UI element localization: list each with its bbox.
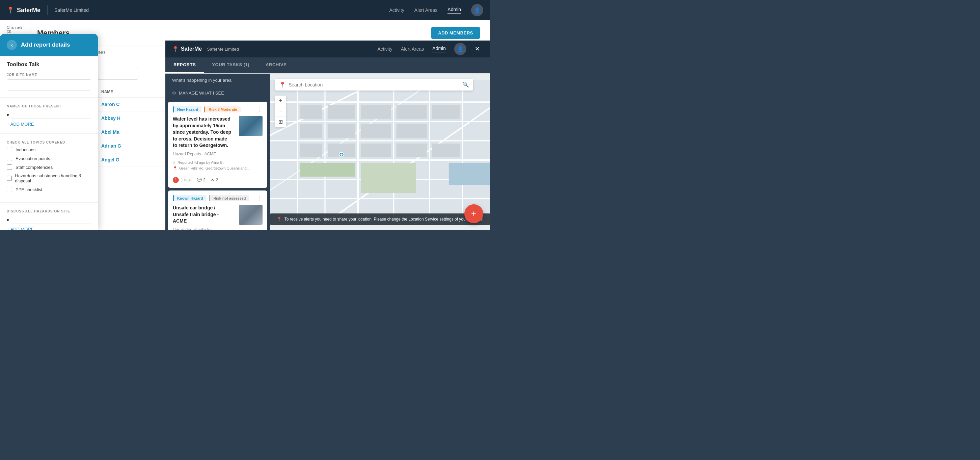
zoom-out-button[interactable]: −: [275, 106, 286, 117]
modal-nav-activity[interactable]: Activity: [377, 46, 392, 52]
map-container: 📍 🔍 + − ⊞ 📍 To receive alerts you need t…: [270, 73, 490, 230]
reports-tab-bar: REPORTS YOUR TASKS (1) ARCHIVE: [165, 58, 490, 73]
topic-checkbox-4[interactable]: [7, 187, 12, 192]
svg-rect-33: [449, 163, 490, 185]
location-icon: 📍: [173, 166, 178, 171]
modal-logo-text: SaferMe: [181, 46, 202, 52]
svg-rect-31: [300, 163, 355, 177]
modal-company: SaferMe Limited: [207, 46, 239, 52]
hazards-add-more[interactable]: + ADD MORE: [7, 227, 91, 230]
tab-your-tasks[interactable]: YOUR TASKS (1): [204, 58, 258, 73]
topic-inductions: Inductions: [7, 147, 91, 152]
report-subtitle-1: Hazard Reports · ACME: [173, 152, 232, 157]
svg-rect-19: [361, 105, 391, 119]
name-bullet-1: [7, 111, 91, 119]
topic-checkbox-2[interactable]: [7, 165, 12, 170]
nav-links: Activity Alert Areas Admin 👤: [389, 4, 483, 16]
report-title-2: Unsafe car bridge / Unsafe train bridge …: [173, 204, 232, 225]
hazard-input-1[interactable]: [11, 216, 91, 224]
report-footer-1: 1 1 task 💬 2 👁 2: [173, 174, 262, 183]
nav-admin[interactable]: Admin: [447, 7, 461, 13]
modal-close-button[interactable]: ✕: [475, 45, 480, 53]
report-tags-2: Known Hazard Risk not assessed: [173, 195, 249, 201]
form-title: Toolbox Talk: [7, 61, 91, 67]
modal-nav-links: Activity Alert Areas Admin 👤 ✕: [377, 43, 483, 55]
report-image-2: [239, 204, 262, 225]
svg-rect-24: [361, 124, 391, 138]
topic-checkbox-1[interactable]: [7, 156, 12, 161]
slide-panel-header: ‹ Add report details: [0, 34, 98, 56]
reports-modal: 📍 SaferMe SaferMe Limited Activity Alert…: [165, 40, 490, 230]
fab-add-button[interactable]: +: [465, 204, 483, 223]
layers-button[interactable]: ⊞: [275, 117, 286, 127]
topic-checkbox-3[interactable]: [7, 176, 12, 181]
svg-point-35: [340, 153, 343, 156]
channels-label: Channels (3): [3, 26, 27, 34]
topic-label-2: Staff competencies: [16, 165, 52, 170]
job-site-input[interactable]: [7, 79, 91, 91]
svg-rect-22: [300, 124, 322, 138]
tab-reports[interactable]: REPORTS: [165, 58, 204, 73]
svg-rect-20: [396, 105, 427, 119]
hazard-bullet-1: [7, 216, 91, 224]
view-icon: 👁: [211, 178, 215, 182]
topic-label-3: Hazardous substances handling & disposal: [15, 173, 91, 184]
modal-avatar[interactable]: 👤: [454, 43, 466, 55]
map-controls: + − ⊞: [275, 96, 286, 127]
nav-alert-areas[interactable]: Alert Areas: [414, 8, 438, 13]
svg-rect-25: [396, 124, 427, 138]
divider-1: [0, 97, 98, 97]
fab-plus-icon: +: [471, 208, 477, 219]
report-card-2[interactable]: Known Hazard Risk not assessed ⋮ Unsafe …: [168, 190, 267, 230]
divider-3: [0, 202, 98, 203]
nav-avatar[interactable]: 👤: [471, 4, 483, 16]
alert-location-icon: 📍: [277, 217, 282, 222]
svg-rect-28: [361, 144, 391, 157]
hazards-section: DISCUSS ALL HAZARDS ON SITE + ADD MORE: [0, 204, 98, 230]
logo-text: SaferMe: [17, 7, 40, 14]
tab-archive[interactable]: ARCHIVE: [258, 58, 294, 73]
discuss-label: DISCUSS ALL HAZARDS ON SITE: [7, 209, 91, 213]
map-svg: [270, 73, 490, 230]
comment-count: 2: [203, 178, 205, 182]
names-section: NAMES OF THOSE PRESENT + ADD MORE: [0, 99, 98, 132]
svg-rect-21: [432, 105, 460, 119]
report-more-icon-2[interactable]: ⋮: [257, 195, 262, 201]
zoom-in-button[interactable]: +: [275, 96, 286, 106]
reports-list: What's happening in your area ⚙ MANAGE W…: [165, 73, 270, 230]
modal-nav-admin[interactable]: Admin: [432, 46, 446, 52]
map-search-icon[interactable]: 🔍: [462, 81, 469, 88]
svg-rect-23: [328, 124, 355, 138]
name-input-1[interactable]: [11, 111, 91, 119]
manage-what-i-see[interactable]: ⚙ MANAGE WHAT I SEE: [165, 87, 270, 99]
topic-hazardous: Hazardous substances handling & disposal: [7, 173, 91, 184]
report-tags-1: New Hazard Risk 8 Moderate: [173, 106, 240, 112]
svg-rect-32: [361, 163, 416, 193]
back-button[interactable]: ‹: [7, 40, 17, 50]
topic-label-1: Evacuation points: [16, 156, 50, 161]
svg-rect-17: [300, 105, 322, 119]
report-reporter-1: ✓ Reported 4d ago by Alina B.: [173, 160, 262, 165]
avatar-icon: 👤: [474, 7, 480, 13]
names-add-more[interactable]: + ADD MORE: [7, 121, 91, 127]
report-more-icon-1[interactable]: ⋮: [257, 106, 262, 113]
modal-nav-alert-areas[interactable]: Alert Areas: [401, 46, 424, 52]
gear-icon: ⚙: [172, 91, 176, 96]
location-alert: 📍 To receive alerts you need to share yo…: [270, 214, 490, 225]
report-title-1: Water level has increased by approximate…: [173, 116, 232, 149]
topic-checkbox-0[interactable]: [7, 147, 12, 152]
form-title-section: Toolbox Talk JOB SITE NAME: [0, 56, 98, 96]
report-card-1[interactable]: New Hazard Risk 8 Moderate ⋮ Water level…: [168, 102, 267, 188]
slide-panel: ‹ Add report details Toolbox Talk JOB SI…: [0, 34, 98, 230]
view-count: 2: [216, 178, 218, 182]
topic-evacuation: Evacuation points: [7, 156, 91, 161]
topics-label: CHECK ALL TOPICS COVERED: [7, 141, 91, 144]
topic-label-0: Inductions: [16, 147, 35, 152]
add-members-button[interactable]: ADD MEMBERS: [431, 27, 480, 39]
tag-risk-moderate: Risk 8 Moderate: [204, 106, 240, 112]
nav-activity[interactable]: Activity: [389, 8, 404, 13]
modal-logo-icon: 📍: [172, 46, 179, 52]
svg-rect-29: [396, 144, 427, 157]
map-search-input[interactable]: [288, 82, 462, 88]
task-label: 1 task: [181, 178, 192, 182]
